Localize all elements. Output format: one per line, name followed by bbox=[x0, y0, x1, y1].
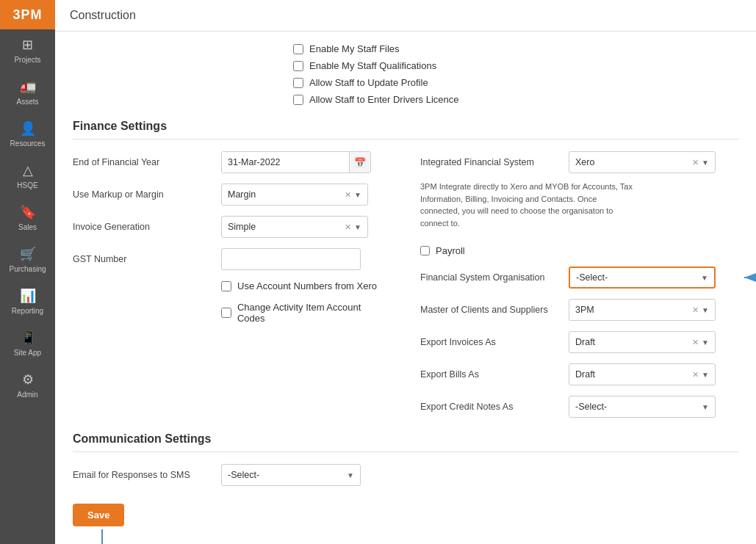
payroll-row: Payroll bbox=[420, 245, 738, 256]
financial-org-value: -Select- bbox=[576, 272, 701, 283]
master-clients-label: Master of Clients and Suppliers bbox=[420, 305, 560, 315]
export-invoices-value: Draft bbox=[575, 337, 692, 347]
export-invoices-arrow: ▼ bbox=[702, 338, 709, 347]
account-numbers-checkbox[interactable] bbox=[221, 281, 231, 291]
invoice-gen-value: Simple bbox=[228, 222, 345, 232]
sidebar-item-sales[interactable]: 🔖 Sales bbox=[0, 197, 55, 239]
invoice-gen-clear[interactable]: ✕ bbox=[345, 222, 351, 232]
main-content: Construction Enable My Staff Files Enabl… bbox=[55, 0, 756, 544]
email-sms-row: Email for Responses to SMS -Select- ▼ bbox=[73, 464, 738, 486]
master-clients-row: Master of Clients and Suppliers 3PM ✕ ▼ bbox=[420, 299, 738, 321]
export-bills-select[interactable]: Draft ✕ ▼ bbox=[569, 363, 716, 385]
export-invoices-select[interactable]: Draft ✕ ▼ bbox=[569, 331, 716, 353]
hsqe-icon: △ bbox=[23, 162, 33, 178]
account-numbers-label: Use Account Numbers from Xero bbox=[237, 280, 377, 291]
use-markup-control: Margin ✕ ▼ bbox=[221, 184, 391, 206]
export-bills-control: Draft ✕ ▼ bbox=[569, 363, 738, 385]
enable-staff-quals-label: Enable My Staff Qualifications bbox=[309, 60, 436, 71]
sidebar-label-projects: Projects bbox=[14, 56, 40, 64]
export-credit-control: -Select- ▼ bbox=[569, 396, 738, 418]
checkbox-row-staff-quals: Enable My Staff Qualifications bbox=[293, 60, 738, 71]
payroll-checkbox[interactable] bbox=[420, 246, 430, 255]
enable-staff-quals-checkbox[interactable] bbox=[293, 61, 303, 71]
finance-section: Finance Settings End of Financial Year 📅 bbox=[73, 120, 738, 418]
end-of-year-input[interactable] bbox=[222, 151, 349, 173]
sidebar-item-admin[interactable]: ⚙ Admin bbox=[0, 364, 55, 406]
financial-org-arrow: ▼ bbox=[701, 274, 708, 282]
sidebar-item-purchasing[interactable]: 🛒 Purchasing bbox=[0, 239, 55, 280]
integrated-clear[interactable]: ✕ bbox=[692, 158, 699, 167]
calendar-icon[interactable]: 📅 bbox=[349, 152, 370, 173]
gst-row: GST Number bbox=[73, 248, 391, 270]
use-markup-arrow: ▼ bbox=[354, 191, 361, 199]
use-markup-clear[interactable]: ✕ bbox=[345, 190, 351, 200]
purchasing-icon: 🛒 bbox=[20, 246, 36, 262]
account-numbers-row: Use Account Numbers from Xero bbox=[73, 280, 391, 291]
sidebar: 3PM ⊞ Projects 🚛 Assets 👤 Resources △ HS… bbox=[0, 0, 55, 544]
email-sms-label: Email for Responses to SMS bbox=[73, 470, 212, 480]
gst-control bbox=[221, 248, 391, 270]
export-bills-row: Export Bills As Draft ✕ ▼ bbox=[420, 363, 738, 385]
export-bills-clear[interactable]: ✕ bbox=[692, 370, 699, 380]
export-invoices-clear[interactable]: ✕ bbox=[692, 338, 699, 347]
sidebar-label-siteapp: Site App bbox=[14, 349, 41, 357]
email-sms-control: -Select- ▼ bbox=[221, 464, 738, 486]
export-invoices-label: Export Invoices As bbox=[420, 337, 560, 347]
gst-label: GST Number bbox=[73, 254, 212, 264]
allow-staff-drivers-label: Allow Staff to Enter Drivers Licence bbox=[309, 94, 459, 105]
export-bills-arrow: ▼ bbox=[702, 371, 709, 379]
staff-checkboxes: Enable My Staff Files Enable My Staff Qu… bbox=[73, 43, 738, 105]
export-credit-select[interactable]: -Select- ▼ bbox=[569, 396, 716, 418]
integrated-value: Xero bbox=[575, 157, 692, 167]
email-sms-select[interactable]: -Select- ▼ bbox=[221, 464, 361, 486]
sidebar-item-assets[interactable]: 🚛 Assets bbox=[0, 71, 55, 113]
logo: 3PM bbox=[0, 0, 55, 29]
export-bills-value: Draft bbox=[575, 369, 692, 380]
checkbox-row-staff-files: Enable My Staff Files bbox=[293, 43, 738, 54]
sidebar-label-reporting: Reporting bbox=[12, 307, 43, 315]
gst-input[interactable] bbox=[221, 248, 361, 270]
sidebar-label-resources: Resources bbox=[10, 139, 46, 148]
allow-staff-drivers-checkbox[interactable] bbox=[293, 95, 303, 105]
sidebar-item-hsqe[interactable]: △ HSQE bbox=[0, 155, 55, 197]
financial-org-select[interactable]: -Select- ▼ bbox=[569, 266, 716, 289]
allow-staff-update-checkbox[interactable] bbox=[293, 78, 303, 88]
master-clients-value: 3PM bbox=[575, 305, 692, 315]
end-of-year-label: End of Financial Year bbox=[73, 157, 212, 167]
projects-icon: ⊞ bbox=[22, 37, 33, 53]
arrow-annotation-2: 2 bbox=[80, 526, 139, 544]
master-clients-select[interactable]: 3PM ✕ ▼ bbox=[569, 299, 716, 321]
sidebar-item-reporting[interactable]: 📊 Reporting bbox=[0, 280, 55, 322]
integrated-select[interactable]: Xero ✕ ▼ bbox=[569, 151, 716, 173]
allow-staff-update-label: Allow Staff to Update Profile bbox=[309, 77, 428, 88]
sidebar-label-purchasing: Purchasing bbox=[9, 265, 46, 273]
master-clients-clear[interactable]: ✕ bbox=[692, 305, 699, 315]
use-markup-row: Use Markup or Margin Margin ✕ ▼ bbox=[73, 184, 391, 206]
sidebar-item-projects[interactable]: ⊞ Projects bbox=[0, 29, 55, 71]
checkbox-row-allow-update: Allow Staff to Update Profile bbox=[293, 77, 738, 88]
save-button[interactable]: Save bbox=[73, 504, 124, 526]
enable-staff-files-checkbox[interactable] bbox=[293, 44, 303, 54]
change-activity-row: Change Activity Item Account Codes bbox=[73, 302, 391, 324]
integrated-row: Integrated Financial System Xero ✕ ▼ bbox=[420, 151, 738, 173]
sidebar-item-siteapp[interactable]: 📱 Site App bbox=[0, 322, 55, 364]
admin-icon: ⚙ bbox=[22, 371, 34, 388]
use-markup-select[interactable]: Margin ✕ ▼ bbox=[221, 184, 368, 206]
invoice-gen-select[interactable]: Simple ✕ ▼ bbox=[221, 216, 368, 238]
siteapp-icon: 📱 bbox=[20, 330, 36, 346]
resources-icon: 👤 bbox=[20, 120, 36, 137]
reporting-icon: 📊 bbox=[20, 288, 36, 304]
communication-section: Communication Settings Email for Respons… bbox=[73, 432, 738, 486]
export-credit-label: Export Credit Notes As bbox=[420, 402, 560, 412]
payroll-label: Payroll bbox=[436, 245, 465, 256]
invoice-gen-arrow: ▼ bbox=[354, 223, 361, 231]
account-numbers-control: Use Account Numbers from Xero bbox=[221, 280, 391, 291]
end-of-year-date-wrapper[interactable]: 📅 bbox=[221, 151, 371, 173]
finance-form-grid: End of Financial Year 📅 Use Markup or Ma… bbox=[73, 151, 738, 418]
export-invoices-row: Export Invoices As Draft ✕ ▼ bbox=[420, 331, 738, 353]
communication-heading: Communication Settings bbox=[73, 432, 738, 452]
change-activity-checkbox[interactable] bbox=[221, 308, 231, 318]
integrated-arrow: ▼ bbox=[702, 159, 709, 167]
end-of-year-row: End of Financial Year 📅 bbox=[73, 151, 391, 173]
sidebar-item-resources[interactable]: 👤 Resources bbox=[0, 113, 55, 155]
